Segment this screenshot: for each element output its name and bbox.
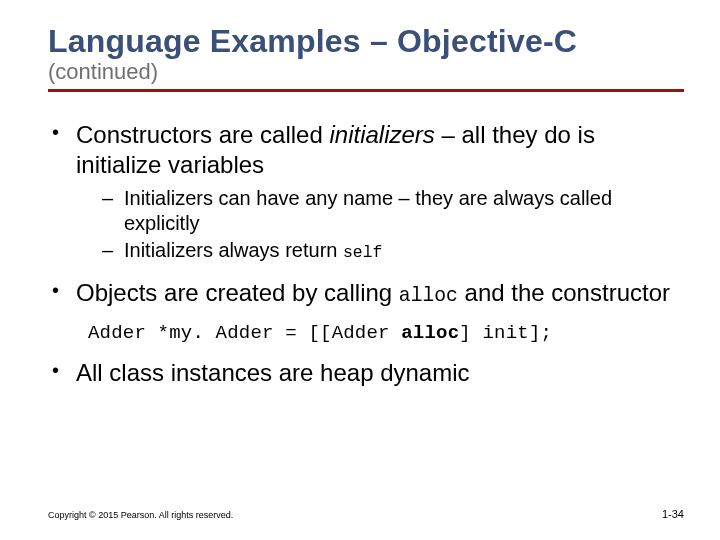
bullet-1-text-pre: Constructors are called <box>76 121 329 148</box>
bullet-1-sub-2: Initializers always return self <box>102 238 684 264</box>
bullet-2: Objects are created by calling alloc and… <box>48 278 684 309</box>
slide-title: Language Examples – Objective-C <box>48 24 684 59</box>
code-part-a: Adder *my. Adder = [[Adder <box>88 322 401 344</box>
slide: Language Examples – Objective-C (continu… <box>0 0 720 540</box>
copyright-footer: Copyright © 2015 Pearson. All rights res… <box>48 510 233 520</box>
code-example: Adder *my. Adder = [[Adder alloc] init]; <box>88 322 684 344</box>
bullet-2-text-pre: Objects are created by calling <box>76 279 399 306</box>
bullet-list: Constructors are called initializers – a… <box>48 120 684 308</box>
code-part-c: ] init]; <box>459 322 552 344</box>
bullet-2-text-code: alloc <box>399 285 458 307</box>
bullet-1-sub-2-pre: Initializers always return <box>124 239 343 261</box>
bullet-1: Constructors are called initializers – a… <box>48 120 684 264</box>
code-part-b: alloc <box>401 322 459 344</box>
bullet-3: All class instances are heap dynamic <box>48 358 684 388</box>
slide-subtitle: (continued) <box>48 59 684 85</box>
bullet-1-sub-2-code: self <box>343 243 382 262</box>
bullet-list-2: All class instances are heap dynamic <box>48 358 684 388</box>
page-number: 1-34 <box>662 508 684 520</box>
bullet-1-sub-1: Initializers can have any name – they ar… <box>102 186 684 236</box>
bullet-1-sublist: Initializers can have any name – they ar… <box>102 186 684 264</box>
bullet-2-text-post: and the constructor <box>458 279 670 306</box>
title-underline <box>48 89 684 92</box>
bullet-1-text-em: initializers <box>329 121 434 148</box>
